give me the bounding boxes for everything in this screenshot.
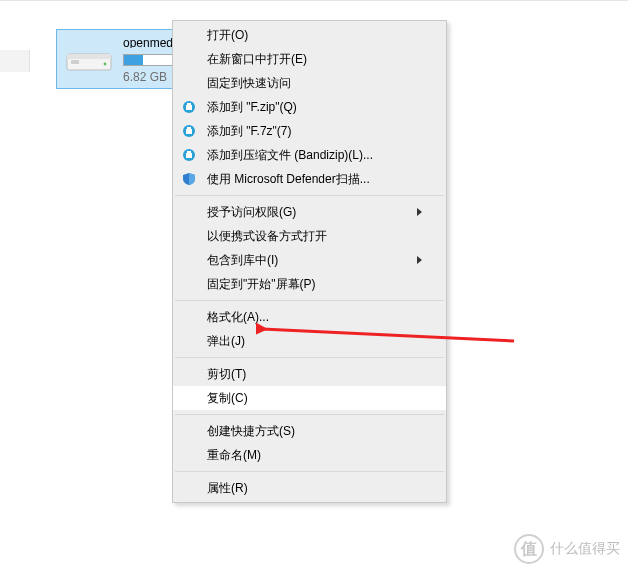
svg-point-2 (104, 63, 107, 66)
menu-item-label: 重命名(M) (207, 447, 422, 464)
menu-item[interactable]: 授予访问权限(G) (173, 200, 446, 224)
menu-item[interactable]: 复制(C) (173, 386, 446, 410)
bandizip-icon (181, 123, 197, 139)
submenu-arrow-icon (417, 256, 422, 264)
menu-item-label: 使用 Microsoft Defender扫描... (207, 171, 422, 188)
menu-item[interactable]: 固定到快速访问 (173, 71, 446, 95)
menu-item-label: 剪切(T) (207, 366, 422, 383)
menu-separator (175, 414, 444, 415)
drive-icon (63, 34, 115, 86)
menu-item[interactable]: 包含到库中(I) (173, 248, 446, 272)
watermark-text: 什么值得买 (550, 540, 620, 558)
menu-item-label: 创建快捷方式(S) (207, 423, 422, 440)
menu-item-label: 复制(C) (207, 390, 422, 407)
menu-item[interactable]: 以便携式设备方式打开 (173, 224, 446, 248)
context-menu[interactable]: 打开(O)在新窗口中打开(E)固定到快速访问添加到 "F.zip"(Q)添加到 … (172, 20, 447, 503)
svg-rect-11 (186, 153, 192, 158)
menu-item[interactable]: 重命名(M) (173, 443, 446, 467)
svg-rect-9 (187, 127, 191, 129)
menu-item-label: 授予访问权限(G) (207, 204, 417, 221)
drive-capacity-fill (124, 55, 143, 65)
menu-item[interactable]: 打开(O) (173, 23, 446, 47)
menu-item-label: 固定到快速访问 (207, 75, 422, 92)
menu-item[interactable]: 格式化(A)... (173, 305, 446, 329)
menu-item[interactable]: 添加到 "F.zip"(Q) (173, 95, 446, 119)
menu-item-label: 添加到 "F.zip"(Q) (207, 99, 422, 116)
svg-rect-1 (67, 54, 111, 59)
menu-item[interactable]: 使用 Microsoft Defender扫描... (173, 167, 446, 191)
menu-item-label: 添加到 "F.7z"(7) (207, 123, 422, 140)
menu-separator (175, 471, 444, 472)
svg-rect-3 (71, 60, 79, 64)
bandizip-icon (181, 99, 197, 115)
menu-item-label: 在新窗口中打开(E) (207, 51, 422, 68)
submenu-arrow-icon (417, 208, 422, 216)
explorer-area: openmed... 6.82 GB 打开(O)在新窗口中打开(E)固定到快速访… (0, 0, 628, 572)
menu-item[interactable]: 属性(R) (173, 476, 446, 500)
svg-rect-12 (187, 151, 191, 153)
watermark: 值 什么值得买 (514, 534, 620, 564)
menu-item-label: 属性(R) (207, 480, 422, 497)
defender-icon (181, 171, 197, 187)
menu-item[interactable]: 创建快捷方式(S) (173, 419, 446, 443)
bandizip-icon (181, 147, 197, 163)
menu-item-label: 打开(O) (207, 27, 422, 44)
menu-item-label: 包含到库中(I) (207, 252, 417, 269)
menu-item[interactable]: 剪切(T) (173, 362, 446, 386)
svg-rect-5 (186, 105, 192, 110)
menu-item[interactable]: 固定到"开始"屏幕(P) (173, 272, 446, 296)
svg-rect-8 (186, 129, 192, 134)
menu-item[interactable]: 在新窗口中打开(E) (173, 47, 446, 71)
watermark-icon: 值 (514, 534, 544, 564)
svg-rect-6 (187, 103, 191, 105)
menu-separator (175, 300, 444, 301)
nav-tree-stub (0, 50, 30, 72)
menu-item[interactable]: 弹出(J) (173, 329, 446, 353)
menu-item-label: 添加到压缩文件 (Bandizip)(L)... (207, 147, 422, 164)
menu-item-label: 格式化(A)... (207, 309, 422, 326)
menu-separator (175, 357, 444, 358)
menu-separator (175, 195, 444, 196)
menu-item-label: 固定到"开始"屏幕(P) (207, 276, 422, 293)
menu-item[interactable]: 添加到 "F.7z"(7) (173, 119, 446, 143)
menu-item-label: 弹出(J) (207, 333, 422, 350)
menu-item-label: 以便携式设备方式打开 (207, 228, 422, 245)
menu-item[interactable]: 添加到压缩文件 (Bandizip)(L)... (173, 143, 446, 167)
